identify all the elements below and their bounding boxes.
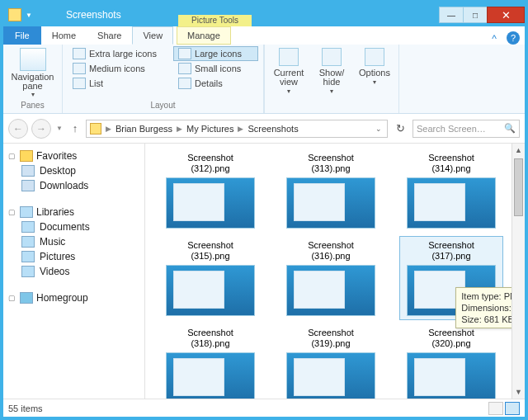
- chevron-right-icon[interactable]: ▶: [103, 125, 114, 133]
- help-icon[interactable]: ?: [507, 31, 520, 45]
- maximize-button[interactable]: □: [463, 7, 488, 23]
- sidebar-favorites[interactable]: ▢Favorites: [7, 149, 141, 163]
- sidebar-item-downloads[interactable]: Downloads: [7, 178, 141, 193]
- file-item[interactable]: Screenshot (316).png: [279, 236, 383, 320]
- sidebar-item-documents[interactable]: Documents: [7, 219, 141, 234]
- view-list[interactable]: List: [68, 76, 173, 91]
- thumbnail-image: [166, 177, 255, 229]
- breadcrumb[interactable]: ▶ Brian Burgess ▶ My Pictures ▶ Screensh…: [86, 120, 388, 138]
- chevron-right-icon[interactable]: ▶: [235, 125, 246, 133]
- current-view-icon: [279, 48, 299, 66]
- show-hide-icon: [322, 48, 342, 66]
- file-name: Screenshot (316).png: [308, 240, 354, 262]
- thumbnail-view-button[interactable]: [505, 402, 520, 415]
- ribbon: Navigation pane ▾ Panes Extra large icon…: [3, 45, 525, 114]
- group-label-layout: Layout: [68, 101, 258, 111]
- list-icon: [73, 78, 86, 89]
- folder-icon: [8, 8, 21, 21]
- breadcrumb-item[interactable]: Brian Burgess: [114, 124, 174, 134]
- tab-manage[interactable]: Manage: [177, 26, 231, 45]
- group-label-panes: Panes: [8, 101, 57, 111]
- navigation-pane-icon: [20, 48, 46, 71]
- scroll-up-icon[interactable]: ▲: [512, 144, 525, 157]
- sidebar-homegroup[interactable]: ▢Homegroup: [7, 290, 141, 305]
- libraries-icon: [20, 206, 33, 218]
- tab-file[interactable]: File: [3, 26, 41, 45]
- titlebar[interactable]: ▼ Screenshots Picture Tools — □ ✕: [3, 3, 525, 26]
- contextual-tab-header: Picture Tools: [178, 3, 252, 26]
- breadcrumb-item[interactable]: Screenshots: [246, 124, 299, 134]
- close-button[interactable]: ✕: [487, 7, 525, 23]
- tab-home[interactable]: Home: [41, 26, 87, 45]
- search-icon: 🔍: [504, 123, 516, 134]
- file-name: Screenshot (319).png: [308, 328, 354, 349]
- refresh-button[interactable]: ↻: [391, 120, 409, 138]
- downloads-icon: [21, 180, 35, 191]
- picture-tools-header: Picture Tools: [178, 15, 252, 26]
- back-button[interactable]: ←: [8, 119, 28, 139]
- status-item-count: 55 items: [8, 403, 43, 413]
- navigation-pane-button[interactable]: Navigation pane ▾: [8, 46, 57, 100]
- view-large-icons[interactable]: Large icons: [173, 46, 258, 61]
- file-item[interactable]: Screenshot (319).png: [279, 323, 383, 399]
- current-view-button[interactable]: Current view ▾: [270, 48, 308, 96]
- file-item[interactable]: Screenshot (314).png: [399, 149, 503, 233]
- scrollbar[interactable]: ▲ ▼: [512, 144, 525, 399]
- file-item[interactable]: Screenshot (318).png: [158, 323, 262, 399]
- star-icon: [20, 150, 33, 162]
- homegroup-icon: [20, 292, 33, 304]
- options-icon: [365, 48, 384, 66]
- navigation-pane: ▢Favorites Desktop Downloads ▢Libraries …: [3, 144, 145, 399]
- chevron-right-icon[interactable]: ▶: [174, 125, 185, 133]
- thumbnail-image: [166, 265, 255, 316]
- sidebar-item-desktop[interactable]: Desktop: [7, 163, 141, 178]
- tab-share[interactable]: Share: [87, 26, 132, 45]
- file-item[interactable]: Screenshot (320).png: [399, 323, 503, 399]
- file-item[interactable]: Screenshot (312).png: [158, 149, 262, 233]
- file-item[interactable]: Screenshot (313).png: [279, 149, 383, 233]
- breadcrumb-item[interactable]: My Pictures: [185, 124, 235, 134]
- scroll-down-icon[interactable]: ▼: [512, 385, 525, 399]
- file-item[interactable]: Screenshot (315).png: [158, 236, 262, 320]
- scroll-thumb[interactable]: [514, 158, 523, 216]
- status-bar: 55 items: [3, 399, 525, 417]
- view-small-icons[interactable]: Small icons: [173, 61, 258, 76]
- thumbnail-image: [286, 265, 375, 316]
- history-dropdown-icon[interactable]: ▼: [54, 125, 64, 132]
- forward-button[interactable]: →: [31, 119, 51, 139]
- search-input[interactable]: Search Screen… 🔍: [412, 120, 520, 138]
- details-view-button[interactable]: [488, 402, 503, 415]
- address-bar-row: ← → ▼ ↑ ▶ Brian Burgess ▶ My Pictures ▶ …: [3, 114, 525, 144]
- file-list[interactable]: Screenshot (312).pngScreenshot (313).png…: [145, 144, 525, 399]
- sidebar-libraries[interactable]: ▢Libraries: [7, 205, 141, 219]
- extra-large-icon: [73, 48, 86, 59]
- file-name: Screenshot (315).png: [187, 240, 233, 262]
- up-button[interactable]: ↑: [68, 121, 82, 136]
- large-icon: [178, 48, 191, 59]
- view-medium-icons[interactable]: Medium icons: [68, 61, 173, 76]
- ribbon-tabs: File Home Share View Manage ^ ?: [3, 26, 525, 45]
- sidebar-item-music[interactable]: Music: [7, 234, 141, 249]
- sidebar-item-videos[interactable]: Videos: [7, 264, 141, 279]
- show-hide-button[interactable]: Show/ hide ▾: [313, 48, 351, 96]
- options-button[interactable]: Options ▾: [356, 48, 394, 96]
- collapse-ribbon-icon[interactable]: ^: [487, 33, 502, 45]
- qat-dropdown-icon[interactable]: ▼: [25, 12, 33, 19]
- minimize-button[interactable]: —: [439, 7, 464, 23]
- sidebar-item-pictures[interactable]: Pictures: [7, 249, 141, 264]
- view-extra-large-icons[interactable]: Extra large icons: [68, 46, 173, 61]
- thumbnail-image: [407, 352, 496, 399]
- music-icon: [21, 236, 35, 248]
- breadcrumb-dropdown-icon[interactable]: ⌄: [372, 125, 385, 133]
- file-name: Screenshot (318).png: [187, 328, 233, 349]
- chevron-down-icon: ▾: [373, 78, 376, 87]
- file-name: Screenshot (312).png: [187, 153, 233, 174]
- chevron-down-icon: ▾: [330, 87, 333, 96]
- tab-view[interactable]: View: [132, 26, 173, 45]
- file-name: Screenshot (314).png: [428, 153, 474, 174]
- view-details[interactable]: Details: [173, 76, 258, 91]
- window-title: Screenshots: [66, 9, 121, 21]
- videos-icon: [21, 266, 35, 277]
- chevron-down-icon: ▾: [31, 91, 35, 98]
- details-icon: [178, 78, 191, 89]
